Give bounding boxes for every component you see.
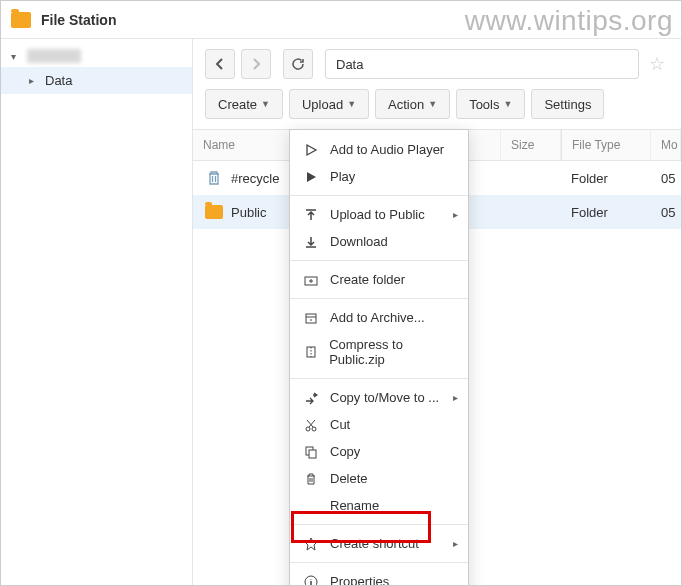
sidebar-item-data[interactable]: ▸ Data — [1, 67, 192, 94]
trash-icon — [205, 171, 223, 185]
col-type[interactable]: File Type — [561, 130, 651, 160]
cell-type: Folder — [561, 205, 651, 220]
sidebar-item-label: Data — [45, 73, 72, 88]
shortcut-icon — [302, 537, 320, 551]
app-title: File Station — [41, 12, 116, 28]
menu-separator — [290, 524, 468, 525]
chevron-down-icon: ▾ — [11, 51, 23, 62]
sidebar-root-label — [27, 49, 81, 63]
copy-icon — [302, 445, 320, 459]
delete-icon — [302, 472, 320, 486]
menu-cut[interactable]: Cut — [290, 411, 468, 438]
menu-create-folder[interactable]: Create folder — [290, 266, 468, 293]
menu-upload-to[interactable]: Upload to Public ▸ — [290, 201, 468, 228]
context-menu: Add to Audio Player Play Upload to Publi… — [289, 129, 469, 586]
menu-properties[interactable]: Properties — [290, 568, 468, 586]
info-icon — [302, 575, 320, 587]
zip-icon — [302, 345, 319, 359]
chevron-right-icon: ▸ — [453, 392, 458, 403]
folder-icon — [205, 205, 223, 219]
menu-download[interactable]: Download — [290, 228, 468, 255]
sidebar: ▾ ▸ Data — [1, 39, 193, 585]
menu-copy-move[interactable]: Copy to/Move to ... ▸ — [290, 384, 468, 411]
upload-icon — [302, 208, 320, 222]
menu-separator — [290, 195, 468, 196]
menu-separator — [290, 562, 468, 563]
menu-separator — [290, 298, 468, 299]
cell-mod: 05 — [651, 171, 681, 186]
menu-compress[interactable]: Compress to Public.zip — [290, 331, 468, 373]
action-button[interactable]: Action▼ — [375, 89, 450, 119]
upload-button[interactable]: Upload▼ — [289, 89, 369, 119]
chevron-right-icon: ▸ — [29, 75, 39, 86]
col-modified[interactable]: Mo — [651, 130, 681, 160]
back-button[interactable] — [205, 49, 235, 79]
col-size[interactable]: Size — [501, 130, 561, 160]
menu-separator — [290, 260, 468, 261]
settings-button[interactable]: Settings — [531, 89, 604, 119]
move-icon — [302, 391, 320, 405]
archive-icon — [302, 311, 320, 325]
create-button[interactable]: Create▼ — [205, 89, 283, 119]
titlebar: File Station — [1, 1, 681, 39]
play-outline-icon — [302, 143, 320, 157]
svg-rect-1 — [306, 314, 316, 323]
star-icon[interactable]: ☆ — [645, 53, 669, 75]
menu-copy[interactable]: Copy — [290, 438, 468, 465]
forward-button[interactable] — [241, 49, 271, 79]
cut-icon — [302, 418, 320, 432]
path-text: Data — [336, 57, 363, 72]
menu-delete[interactable]: Delete — [290, 465, 468, 492]
new-folder-icon — [302, 273, 320, 287]
menu-separator — [290, 378, 468, 379]
cell-type: Folder — [561, 171, 651, 186]
menu-add-archive[interactable]: Add to Archive... — [290, 304, 468, 331]
chevron-right-icon: ▸ — [453, 209, 458, 220]
app-folder-icon — [11, 12, 31, 28]
tools-button[interactable]: Tools▼ — [456, 89, 525, 119]
download-icon — [302, 235, 320, 249]
menu-play[interactable]: Play — [290, 163, 468, 190]
menu-add-audio[interactable]: Add to Audio Player — [290, 136, 468, 163]
toolbar: Create▼ Upload▼ Action▼ Tools▼ Settings — [193, 85, 681, 129]
path-input[interactable]: Data — [325, 49, 639, 79]
navigation-row: Data ☆ — [193, 39, 681, 85]
svg-point-4 — [312, 427, 316, 431]
refresh-button[interactable] — [283, 49, 313, 79]
chevron-right-icon: ▸ — [453, 538, 458, 549]
svg-rect-6 — [309, 450, 316, 458]
menu-shortcut[interactable]: Create shortcut ▸ — [290, 530, 468, 557]
sidebar-root[interactable]: ▾ — [1, 45, 192, 67]
cell-mod: 05 — [651, 205, 681, 220]
menu-rename[interactable]: Rename — [290, 492, 468, 519]
play-icon — [302, 170, 320, 184]
svg-point-3 — [306, 427, 310, 431]
